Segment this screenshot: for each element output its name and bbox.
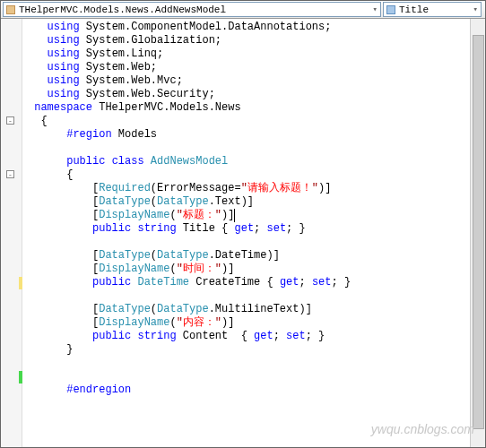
change-marker (19, 277, 22, 289)
code-line: [DisplayName("标题：")] (28, 209, 235, 221)
code-line: [DataType(DataType.MultilineText)] (28, 303, 312, 315)
member-text: Title (399, 4, 429, 15)
code-line (28, 357, 34, 369)
vertical-scrollbar[interactable] (470, 19, 485, 447)
code-line: public DateTime CreateTime { get; set; } (28, 276, 351, 289)
change-marker (19, 371, 22, 383)
code-line: using System.Web.Mvc; (28, 74, 183, 87)
outline-toggle[interactable]: - (6, 170, 14, 178)
chevron-down-icon: ▾ (473, 4, 478, 14)
outline-toggle[interactable]: - (6, 116, 14, 125)
code-line: using System.Web.Security; (28, 88, 215, 100)
code-line: #region Models (28, 128, 157, 141)
code-line: [DisplayName("时间：")] (28, 263, 234, 275)
code-line: public string Title { get; set; } (28, 222, 306, 235)
code-line: using System.Linq; (28, 47, 163, 60)
namespace-text: THelperMVC.Models.News.AddNewsModel (19, 4, 226, 15)
code-line (28, 142, 34, 154)
scrollbar-thumb[interactable] (473, 35, 484, 429)
code-line: #endregion (28, 383, 131, 396)
code-line: [DisplayName("内容：")] (28, 316, 234, 329)
class-icon (6, 5, 15, 14)
code-line: public class AddNewsModel (28, 155, 228, 168)
member-dropdown[interactable]: Title ▾ (383, 2, 482, 17)
code-line: [DataType(DataType.DateTime)] (28, 249, 280, 262)
code-line: { (28, 168, 73, 181)
code-editor[interactable]: using System.ComponentModel.DataAnnotati… (22, 19, 485, 447)
watermark: ywqu.cnblogs.com (371, 422, 474, 436)
code-line: } (28, 343, 73, 356)
code-line: using System.Web; (28, 61, 157, 73)
code-line (28, 397, 34, 409)
property-icon (386, 5, 395, 14)
code-line: { (28, 115, 48, 127)
code-line: [Required(ErrorMessage="请输入标题！")] (28, 182, 331, 194)
code-line: namespace THelperMVC.Models.News (28, 101, 241, 114)
code-line (28, 370, 34, 383)
code-line (28, 289, 34, 302)
chevron-down-icon: ▾ (373, 4, 378, 14)
breadcrumb-bar: THelperMVC.Models.News.AddNewsModel ▾ Ti… (1, 1, 485, 19)
code-line: [DataType(DataType.Text)] (28, 195, 254, 208)
namespace-dropdown[interactable]: THelperMVC.Models.News.AddNewsModel ▾ (3, 2, 381, 17)
editor-area: -- using System.ComponentModel.DataAnnot… (1, 19, 485, 447)
code-line: public string Content { get; set; } (28, 330, 325, 342)
code-line: using System.Globalization; (28, 34, 221, 47)
code-line (28, 236, 34, 248)
code-line: using System.ComponentModel.DataAnnotati… (28, 21, 331, 33)
outline-gutter[interactable]: -- (1, 19, 22, 447)
